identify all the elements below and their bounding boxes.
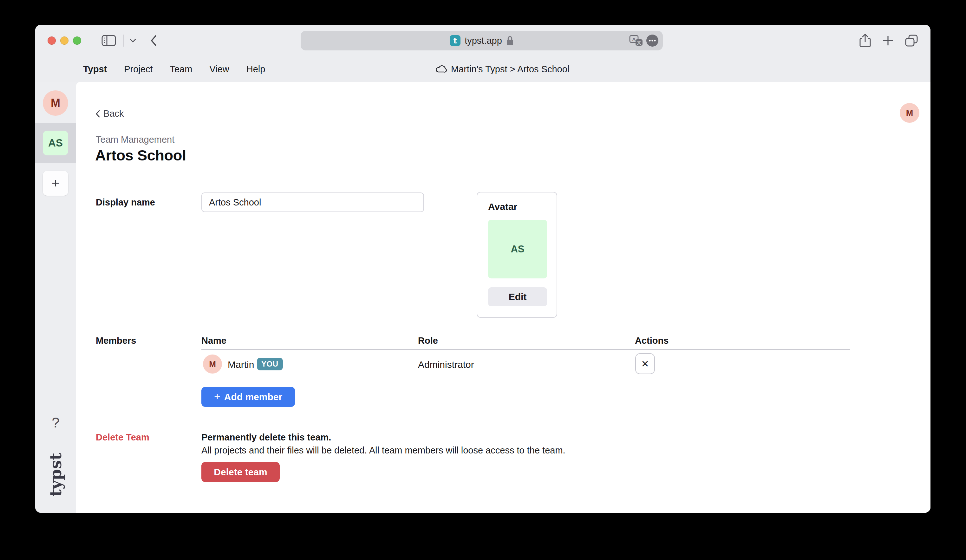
display-name-label: Display name — [96, 197, 155, 208]
sidebar-team-avatar[interactable]: AS — [43, 131, 68, 155]
minimize-window-button[interactable] — [60, 36, 69, 45]
delete-team-button[interactable]: Delete team — [201, 462, 280, 482]
display-name-input[interactable] — [201, 192, 424, 212]
member-name: Martin — [228, 359, 254, 370]
remove-member-button[interactable]: ✕ — [635, 353, 655, 374]
sidebar-user-initial: M — [51, 96, 60, 110]
app-menubar: Typst Project Team View Help Martin's Ty… — [35, 56, 930, 82]
menu-typst[interactable]: Typst — [83, 64, 107, 74]
sidebar-toggle-icon[interactable] — [102, 34, 116, 47]
member-initial: M — [209, 359, 216, 369]
delete-team-heading: Permanently delete this team. — [201, 432, 331, 443]
chevron-down-icon[interactable] — [130, 38, 136, 43]
you-badge: YOU — [257, 358, 283, 370]
favicon-letter: t — [453, 36, 457, 45]
site-favicon: t — [450, 35, 460, 46]
typst-logo: typst — [35, 446, 76, 503]
share-icon[interactable] — [859, 34, 871, 48]
avatar-card-title: Avatar — [488, 201, 546, 212]
menu-help[interactable]: Help — [246, 64, 265, 74]
delete-team-section-label: Delete Team — [96, 432, 150, 443]
browser-window: t typst.app A文 Typst Project — [35, 25, 930, 513]
section-label: Team Management — [96, 135, 174, 145]
column-header-role: Role — [418, 335, 438, 346]
member-role: Administrator — [418, 359, 474, 370]
sidebar-user-avatar[interactable]: M — [43, 90, 68, 116]
add-member-label: Add member — [224, 392, 282, 402]
close-icon: ✕ — [641, 358, 649, 370]
svg-text:文: 文 — [637, 40, 641, 45]
team-avatar-preview: AS — [488, 220, 547, 278]
account-initial: M — [906, 108, 913, 118]
sidebar-team-initial: AS — [48, 137, 63, 149]
menu-team[interactable]: Team — [170, 64, 192, 74]
column-header-actions: Actions — [635, 335, 669, 346]
traffic-lights — [48, 36, 81, 45]
breadcrumb-text: Martin's Typst > Artos School — [451, 64, 569, 74]
url-text: typst.app — [465, 36, 502, 46]
back-link[interactable]: Back — [95, 108, 124, 119]
back-chevron-icon — [95, 110, 100, 118]
menu-project[interactable]: Project — [124, 64, 153, 74]
back-navigation-icon[interactable] — [150, 34, 157, 47]
plus-icon: + — [214, 391, 220, 402]
team-avatar-initials: AS — [511, 243, 524, 255]
close-window-button[interactable] — [48, 36, 56, 45]
plus-icon: + — [52, 176, 60, 191]
cloud-icon — [435, 65, 447, 73]
translate-icon[interactable]: A文 — [629, 34, 643, 47]
address-bar[interactable]: t typst.app A文 — [301, 31, 663, 51]
lock-icon — [506, 36, 514, 46]
sidebar-selected-highlight: AS — [35, 123, 76, 163]
column-header-name: Name — [201, 335, 227, 346]
delete-team-description: All projects and their files will be del… — [201, 445, 565, 456]
add-team-button[interactable]: + — [43, 171, 68, 195]
page-title: Artos School — [95, 146, 186, 164]
add-member-button[interactable]: + Add member — [201, 387, 295, 407]
help-button[interactable]: ? — [35, 415, 76, 430]
zoom-window-button[interactable] — [73, 36, 81, 45]
edit-avatar-button[interactable]: Edit — [488, 287, 547, 306]
back-label: Back — [104, 108, 124, 119]
team-management-panel: Back M Team Management Artos School Disp… — [76, 82, 930, 513]
new-tab-icon[interactable] — [883, 36, 893, 46]
question-icon: ? — [52, 415, 59, 430]
breadcrumb[interactable]: Martin's Typst > Artos School — [435, 56, 569, 82]
tab-overview-icon[interactable] — [905, 34, 918, 47]
account-avatar[interactable]: M — [900, 103, 919, 123]
toolbar-divider — [123, 34, 124, 47]
team-sidebar: M AS + ? typst — [35, 82, 76, 513]
page-settings-icon[interactable] — [646, 34, 659, 47]
member-avatar: M — [203, 355, 222, 374]
menu-view[interactable]: View — [209, 64, 229, 74]
browser-titlebar: t typst.app A文 — [35, 25, 930, 56]
svg-text:A: A — [632, 36, 636, 42]
members-label: Members — [96, 335, 136, 346]
avatar-card: Avatar AS Edit — [476, 192, 557, 318]
table-header-divider — [201, 349, 850, 350]
